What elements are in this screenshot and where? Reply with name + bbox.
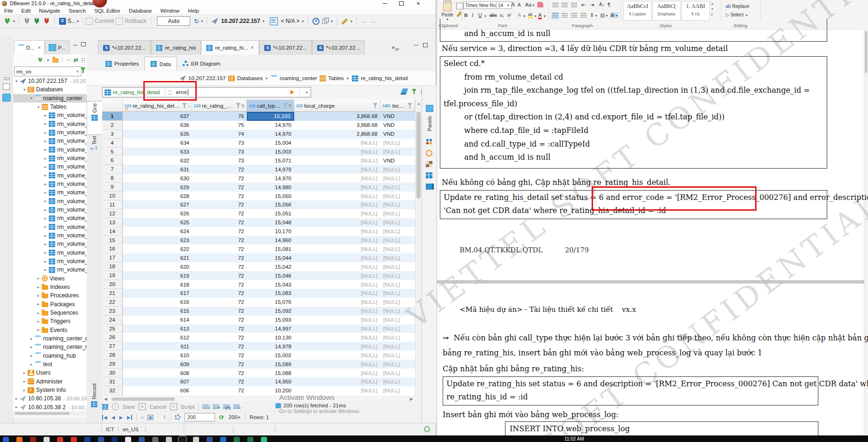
expander-icon[interactable]: ▸ — [43, 173, 48, 177]
expander-icon[interactable]: ▸ — [43, 191, 48, 195]
delete-row-icon[interactable]: − — [233, 404, 240, 409]
row-number[interactable]: 14 — [102, 227, 123, 236]
doc-text[interactable]: Insert bản ghi mới vào bảng web_process_… — [443, 410, 618, 419]
expander-icon[interactable]: ▸ — [43, 122, 48, 126]
row-number[interactable]: 16 — [102, 245, 123, 254]
table-row[interactable]: 226167215,076[NULL][NULL] — [102, 298, 415, 307]
taskbar-app[interactable] — [234, 437, 240, 442]
sort-filter-icons[interactable]: ⇅ — [236, 103, 245, 108]
grid-cell[interactable]: 614 — [123, 316, 192, 324]
grid-cell[interactable]: [NULL] — [294, 298, 380, 307]
grid-cell[interactable]: 606 — [123, 386, 192, 395]
sql-line[interactable]: tfel.process_file_id) — [444, 99, 517, 108]
expander-icon[interactable]: ▸ — [43, 156, 48, 161]
table-row[interactable]: 146247210,170[NULL][NULL] — [102, 227, 415, 236]
grid-cell[interactable]: 72 — [192, 377, 247, 386]
grouping-panel-icon[interactable] — [426, 161, 432, 167]
grid-cell[interactable]: 610 — [123, 351, 192, 360]
tree-item[interactable]: ▾roaming_center — [13, 94, 87, 103]
grid-cell[interactable]: 625 — [123, 218, 192, 227]
menu-sql-editor[interactable]: SQL Editor — [90, 8, 125, 14]
expander-icon[interactable]: ▸ — [29, 354, 34, 358]
transaction-mode-button[interactable]: Auto — [157, 16, 190, 26]
grid-cell[interactable]: 15,042 — [247, 262, 294, 271]
grid-cell[interactable]: 15,092 — [247, 307, 294, 316]
grid-cell[interactable]: 72 — [192, 271, 247, 280]
table-row[interactable]: 196197215,046[NULL][NULL] — [102, 271, 415, 280]
calc-panel-icon[interactable] — [426, 150, 432, 156]
doc-text[interactable]: → Nếu còn bản ghi call_type thực hiện lạ… — [443, 333, 868, 342]
grid-cell[interactable]: 623 — [123, 236, 192, 245]
taskbar-app[interactable] — [71, 437, 77, 442]
sort-arrow-icon[interactable]: ⇅ — [241, 103, 245, 108]
collapse-all-icon[interactable]: ─ — [67, 57, 71, 63]
sql-editor-button[interactable]: S... — [67, 18, 76, 24]
tree-item[interactable]: ▾Tables — [13, 103, 87, 111]
grid-cell[interactable]: 72 — [192, 200, 247, 209]
expander-icon[interactable]: ▸ — [29, 337, 34, 341]
tree-item[interactable]: ▸rm_volume_d — [13, 171, 87, 180]
expander-icon[interactable]: ▸ — [43, 234, 48, 238]
row-number[interactable]: 20 — [102, 280, 123, 289]
tree-item[interactable]: ▸rm_volume_d — [13, 257, 87, 265]
tree-item[interactable]: ▸rm_volume_d — [13, 197, 87, 206]
row-number[interactable]: 3 — [102, 130, 123, 139]
grid-cell[interactable]: [NULL] — [294, 200, 380, 209]
grid-cell[interactable]: 616 — [123, 298, 192, 307]
doc-text[interactable]: re_rating_his_id = :id — [446, 392, 528, 401]
subtab-er-diagram[interactable]: ER Diagram — [177, 57, 226, 71]
grid-cell[interactable]: [NULL] — [294, 377, 380, 386]
cancel-button[interactable]: Cancel — [149, 404, 166, 410]
grid-cell[interactable]: 14,978 — [247, 342, 294, 351]
grid-cell[interactable]: [NULL] — [380, 139, 415, 147]
filter-funnel-icon[interactable] — [182, 103, 187, 108]
grid-cell[interactable]: [NULL] — [294, 368, 380, 377]
grid-cell[interactable]: 609 — [123, 360, 192, 368]
doc-text[interactable]: Nếu service = 3, direction =3, 4 lấy dữ … — [442, 44, 728, 53]
editor-minmax[interactable] — [414, 43, 428, 47]
sort-arrow-icon[interactable]: ↓ — [187, 103, 190, 108]
grid-cell[interactable]: [NULL] — [380, 245, 415, 254]
doc-text[interactable]: bảng re_rating_his, insert bản ghi mới v… — [443, 348, 763, 357]
grid-cell[interactable]: [NULL] — [380, 218, 415, 227]
duplicate-row-icon[interactable]: (+) — [223, 404, 230, 409]
grid-cell[interactable]: 615 — [123, 307, 192, 316]
link-editor-icon[interactable]: ⇄ — [74, 57, 78, 63]
filter-history-caret[interactable]: ▾ — [306, 90, 308, 95]
panels-toggle-icon[interactable] — [426, 105, 433, 112]
grid-cell[interactable]: [NULL] — [294, 227, 380, 236]
taskbar-app[interactable] — [84, 437, 90, 442]
expander-icon[interactable]: ▸ — [43, 131, 48, 135]
taskbar-app[interactable] — [261, 437, 267, 442]
grid-cell[interactable]: 72 — [192, 192, 247, 200]
filter-funnel-icon[interactable] — [373, 103, 378, 108]
expander-icon[interactable]: ▸ — [43, 268, 48, 272]
grid-cell[interactable]: 72 — [192, 227, 247, 236]
editor-tab[interactable]: *<10.207.22... — [98, 40, 151, 55]
grid-cell[interactable]: 14,997 — [247, 324, 294, 333]
row-number[interactable]: 2 — [102, 121, 123, 130]
table-row[interactable]: 286107215,002[NULL][NULL] — [102, 351, 415, 360]
column-header-local_currency[interactable]: ABClocal_currency — [380, 100, 415, 112]
sort-filter-icons[interactable] — [373, 103, 378, 108]
expander-icon[interactable]: ▸ — [43, 165, 48, 169]
grid-cell[interactable]: 72 — [192, 209, 247, 218]
expander-icon[interactable]: ▸ — [29, 345, 34, 349]
sql-line[interactable]: and cd.call_type_id = :callTypeId — [464, 140, 590, 148]
fetch-size-input[interactable]: 200 — [185, 413, 215, 421]
grid-cell[interactable]: 15,089 — [247, 360, 294, 368]
row-number[interactable]: 11 — [102, 200, 123, 209]
abort-connection-icon[interactable] — [43, 18, 50, 25]
expander-icon[interactable]: ▸ — [43, 139, 48, 143]
tab-grid[interactable]: Grid — [87, 101, 103, 135]
grid-cell[interactable]: 15,076 — [247, 298, 294, 307]
row-number[interactable]: 6 — [102, 156, 123, 165]
editor-tab[interactable]: *<10.207.22... — [259, 40, 312, 55]
grid-cell[interactable]: 632 — [123, 156, 192, 165]
sql-line[interactable]: or (tfel.tap_direction in (2,4) and cd.e… — [464, 112, 725, 121]
taskbar-app[interactable] — [57, 437, 63, 442]
expander-icon[interactable]: ▸ — [14, 405, 19, 409]
table-row[interactable]: 206187215,043[NULL][NULL] — [102, 280, 415, 289]
dbeaver-titlebar[interactable]: DBeaver 21.0.0 - re_rating_his_detail ✕ — [0, 0, 436, 7]
performance-icon[interactable] — [312, 18, 319, 25]
